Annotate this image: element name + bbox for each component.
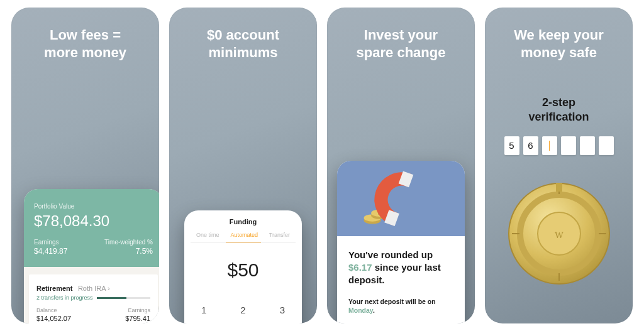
cursor-icon [549,141,550,151]
headline: We keep your money safe [485,8,633,61]
twr-value: 7.5% [104,247,153,256]
safe-dial-icon: w [506,180,613,287]
svg-rect-23 [556,183,562,192]
funding-tabs: One time Automated Transfer [184,229,302,243]
account-earnings-label: Earnings [128,307,150,313]
portfolio-header: Portfolio Value $78,084.30 Earnings $4,4… [24,189,159,267]
account-name: Retirement [36,285,72,292]
keypad: 1 2 3 4 5 6 7 8 9 0 [184,295,302,323]
twr-label: Time-weighted % [104,239,153,246]
tab-one-time[interactable]: One time [196,229,219,243]
balance-label: Balance [36,307,57,313]
code-digit[interactable] [580,136,595,155]
svg-text:w: w [554,227,564,241]
tfa-title: 2-step verification [528,95,589,125]
roundup-summary: You've rounded up $6.17 since your last … [348,249,453,287]
roundup-next: Your next deposit will be on Monday. [348,297,453,315]
promo-panel-safety: We keep your money safe 2-step verificat… [485,8,633,323]
code-digit[interactable] [542,136,557,155]
code-digit[interactable] [599,136,614,155]
code-digit[interactable]: 5 [504,136,519,155]
key-3[interactable]: 3 [263,295,302,323]
portfolio-value-label: Portfolio Value [34,203,153,210]
portfolio-value: $78,084.30 [34,212,153,230]
code-digit[interactable]: 6 [523,136,538,155]
headline: Invest your spare change [327,8,475,61]
promo-panel-minimums: $0 account minimums Funding One time Aut… [169,8,317,323]
earnings-label: Earnings [34,239,67,246]
earnings-value: $4,419.87 [34,247,67,256]
key-1[interactable]: 1 [184,295,223,323]
phone-mock-roundup: w You've rounded up $6.17 since your las… [337,161,465,323]
headline: $0 account minimums [169,8,317,61]
phone-mock-funding: Funding One time Automated Transfer $50 … [184,210,302,323]
magnet-illustration: w [337,161,465,236]
key-2[interactable]: 2 [223,295,262,323]
account-card[interactable]: Retirement Roth IRA › 2 transfers in pro… [29,274,158,323]
account-earnings-value: $795.41 [125,315,150,322]
code-digit[interactable] [561,136,576,155]
progress-bar [97,297,150,299]
tab-underline [226,242,261,243]
tab-automated[interactable]: Automated [230,229,258,243]
verification-code-input[interactable]: 5 6 [504,136,614,155]
headline: Low fees = more money [11,8,159,61]
phone-mock-portfolio: Portfolio Value $78,084.30 Earnings $4,4… [24,189,159,323]
account-subtype: Roth IRA › [78,285,110,292]
funding-title: Funding [184,218,302,225]
roundup-amount: $6.17 [348,262,372,273]
balance-value: $14,052.07 [36,315,71,322]
roundup-next-day: Monday [348,307,373,314]
funding-amount: $50 [184,243,302,295]
tab-transfer[interactable]: Transfer [269,229,290,243]
promo-panel-roundup: Invest your spare change w You've round [327,8,475,323]
account-progress-text: 2 transfers in progress [36,295,93,301]
promo-panel-low-fees: Low fees = more money Portfolio Value $7… [11,8,159,323]
